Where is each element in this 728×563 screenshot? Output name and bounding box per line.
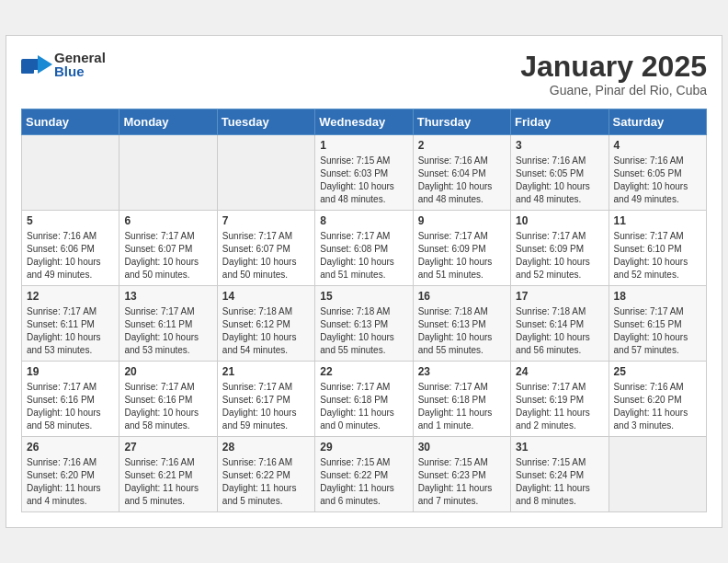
day-info: Sunrise: 7:17 AM Sunset: 6:10 PM Dayligh… bbox=[614, 230, 701, 282]
day-info: Sunrise: 7:15 AM Sunset: 6:03 PM Dayligh… bbox=[320, 155, 407, 206]
day-info: Sunrise: 7:15 AM Sunset: 6:22 PM Dayligh… bbox=[320, 456, 407, 508]
calendar-container: General Blue January 2025 Guane, Pinar d… bbox=[6, 35, 722, 528]
day-number: 15 bbox=[320, 290, 407, 303]
day-number: 2 bbox=[418, 139, 506, 152]
day-info: Sunrise: 7:17 AM Sunset: 6:16 PM Dayligh… bbox=[124, 381, 211, 432]
day-cell: 25Sunrise: 7:16 AM Sunset: 6:20 PM Dayli… bbox=[609, 362, 706, 437]
day-info: Sunrise: 7:16 AM Sunset: 6:20 PM Dayligh… bbox=[27, 456, 114, 508]
day-number: 12 bbox=[27, 290, 114, 303]
day-number: 29 bbox=[320, 441, 407, 454]
week-row-2: 5Sunrise: 7:16 AM Sunset: 6:06 PM Daylig… bbox=[22, 211, 707, 286]
logo-icon bbox=[21, 52, 52, 77]
day-cell: 31Sunrise: 7:15 AM Sunset: 6:24 PM Dayli… bbox=[511, 437, 609, 512]
weekday-header-row: SundayMondayTuesdayWednesdayThursdayFrid… bbox=[22, 109, 707, 135]
day-info: Sunrise: 7:15 AM Sunset: 6:24 PM Dayligh… bbox=[516, 456, 603, 508]
day-cell: 16Sunrise: 7:18 AM Sunset: 6:13 PM Dayli… bbox=[413, 286, 510, 362]
day-info: Sunrise: 7:17 AM Sunset: 6:15 PM Dayligh… bbox=[614, 305, 701, 357]
day-info: Sunrise: 7:17 AM Sunset: 6:16 PM Dayligh… bbox=[27, 381, 114, 432]
day-info: Sunrise: 7:16 AM Sunset: 6:05 PM Dayligh… bbox=[614, 155, 701, 206]
day-info: Sunrise: 7:15 AM Sunset: 6:23 PM Dayligh… bbox=[418, 456, 506, 508]
day-number: 9 bbox=[418, 214, 506, 227]
day-number: 17 bbox=[516, 290, 603, 303]
day-cell: 2Sunrise: 7:16 AM Sunset: 6:04 PM Daylig… bbox=[413, 135, 510, 211]
day-cell: 19Sunrise: 7:17 AM Sunset: 6:16 PM Dayli… bbox=[22, 362, 119, 437]
day-number: 28 bbox=[222, 441, 310, 454]
day-info: Sunrise: 7:18 AM Sunset: 6:13 PM Dayligh… bbox=[418, 305, 506, 357]
logo-general: General bbox=[54, 51, 106, 64]
day-number: 5 bbox=[27, 214, 114, 227]
week-row-3: 12Sunrise: 7:17 AM Sunset: 6:11 PM Dayli… bbox=[22, 286, 707, 362]
day-info: Sunrise: 7:16 AM Sunset: 6:20 PM Dayligh… bbox=[614, 381, 701, 432]
day-cell: 30Sunrise: 7:15 AM Sunset: 6:23 PM Dayli… bbox=[413, 437, 510, 512]
day-cell: 11Sunrise: 7:17 AM Sunset: 6:10 PM Dayli… bbox=[609, 211, 706, 286]
day-number: 18 bbox=[614, 290, 701, 303]
day-info: Sunrise: 7:16 AM Sunset: 6:22 PM Dayligh… bbox=[222, 456, 310, 508]
day-cell: 27Sunrise: 7:16 AM Sunset: 6:21 PM Dayli… bbox=[119, 437, 217, 512]
day-number: 11 bbox=[614, 214, 701, 227]
header: General Blue January 2025 Guane, Pinar d… bbox=[21, 51, 707, 98]
day-number: 20 bbox=[124, 365, 211, 378]
day-cell: 23Sunrise: 7:17 AM Sunset: 6:18 PM Dayli… bbox=[413, 362, 510, 437]
calendar-title: January 2025 bbox=[520, 51, 707, 83]
day-cell: 21Sunrise: 7:17 AM Sunset: 6:17 PM Dayli… bbox=[217, 362, 314, 437]
day-info: Sunrise: 7:17 AM Sunset: 6:17 PM Dayligh… bbox=[222, 381, 310, 432]
day-number: 14 bbox=[222, 290, 310, 303]
day-cell bbox=[609, 437, 706, 512]
day-number: 31 bbox=[516, 441, 603, 454]
day-info: Sunrise: 7:17 AM Sunset: 6:18 PM Dayligh… bbox=[320, 381, 407, 432]
weekday-header-friday: Friday bbox=[511, 109, 609, 135]
logo: General Blue bbox=[21, 51, 106, 78]
svg-rect-2 bbox=[21, 68, 34, 74]
day-cell: 14Sunrise: 7:18 AM Sunset: 6:12 PM Dayli… bbox=[217, 286, 314, 362]
day-info: Sunrise: 7:17 AM Sunset: 6:08 PM Dayligh… bbox=[320, 230, 407, 282]
week-row-4: 19Sunrise: 7:17 AM Sunset: 6:16 PM Dayli… bbox=[22, 362, 707, 437]
calendar-table: SundayMondayTuesdayWednesdayThursdayFrid… bbox=[21, 109, 707, 512]
day-cell: 8Sunrise: 7:17 AM Sunset: 6:08 PM Daylig… bbox=[315, 211, 413, 286]
day-number: 10 bbox=[516, 214, 603, 227]
weekday-header-saturday: Saturday bbox=[609, 109, 706, 135]
day-number: 22 bbox=[320, 365, 407, 378]
day-info: Sunrise: 7:18 AM Sunset: 6:14 PM Dayligh… bbox=[516, 305, 603, 357]
day-info: Sunrise: 7:17 AM Sunset: 6:07 PM Dayligh… bbox=[124, 230, 211, 282]
day-number: 6 bbox=[124, 214, 211, 227]
day-info: Sunrise: 7:16 AM Sunset: 6:05 PM Dayligh… bbox=[516, 155, 603, 206]
week-row-1: 1Sunrise: 7:15 AM Sunset: 6:03 PM Daylig… bbox=[22, 135, 707, 211]
day-cell: 10Sunrise: 7:17 AM Sunset: 6:09 PM Dayli… bbox=[511, 211, 609, 286]
day-info: Sunrise: 7:17 AM Sunset: 6:18 PM Dayligh… bbox=[418, 381, 506, 432]
day-info: Sunrise: 7:18 AM Sunset: 6:13 PM Dayligh… bbox=[320, 305, 407, 357]
day-cell: 24Sunrise: 7:17 AM Sunset: 6:19 PM Dayli… bbox=[511, 362, 609, 437]
day-number: 30 bbox=[418, 441, 506, 454]
day-number: 21 bbox=[222, 365, 310, 378]
day-cell: 6Sunrise: 7:17 AM Sunset: 6:07 PM Daylig… bbox=[119, 211, 217, 286]
weekday-header-tuesday: Tuesday bbox=[217, 109, 314, 135]
weekday-header-sunday: Sunday bbox=[22, 109, 119, 135]
title-section: January 2025 Guane, Pinar del Rio, Cuba bbox=[520, 51, 707, 98]
day-cell: 22Sunrise: 7:17 AM Sunset: 6:18 PM Dayli… bbox=[315, 362, 413, 437]
day-number: 13 bbox=[124, 290, 211, 303]
day-cell bbox=[22, 135, 119, 211]
day-cell: 4Sunrise: 7:16 AM Sunset: 6:05 PM Daylig… bbox=[609, 135, 706, 211]
day-number: 24 bbox=[516, 365, 603, 378]
day-cell: 15Sunrise: 7:18 AM Sunset: 6:13 PM Dayli… bbox=[315, 286, 413, 362]
day-cell: 17Sunrise: 7:18 AM Sunset: 6:14 PM Dayli… bbox=[511, 286, 609, 362]
day-cell: 26Sunrise: 7:16 AM Sunset: 6:20 PM Dayli… bbox=[22, 437, 119, 512]
day-info: Sunrise: 7:17 AM Sunset: 6:09 PM Dayligh… bbox=[516, 230, 603, 282]
day-cell: 29Sunrise: 7:15 AM Sunset: 6:22 PM Dayli… bbox=[315, 437, 413, 512]
logo-blue: Blue bbox=[54, 64, 106, 78]
day-info: Sunrise: 7:16 AM Sunset: 6:21 PM Dayligh… bbox=[124, 456, 211, 508]
day-info: Sunrise: 7:17 AM Sunset: 6:11 PM Dayligh… bbox=[27, 305, 114, 357]
day-info: Sunrise: 7:17 AM Sunset: 6:07 PM Dayligh… bbox=[222, 230, 310, 282]
day-cell: 3Sunrise: 7:16 AM Sunset: 6:05 PM Daylig… bbox=[511, 135, 609, 211]
day-cell: 7Sunrise: 7:17 AM Sunset: 6:07 PM Daylig… bbox=[217, 211, 314, 286]
day-number: 23 bbox=[418, 365, 506, 378]
calendar-subtitle: Guane, Pinar del Rio, Cuba bbox=[520, 83, 707, 98]
day-info: Sunrise: 7:16 AM Sunset: 6:04 PM Dayligh… bbox=[418, 155, 506, 206]
day-cell: 28Sunrise: 7:16 AM Sunset: 6:22 PM Dayli… bbox=[217, 437, 314, 512]
weekday-header-wednesday: Wednesday bbox=[315, 109, 413, 135]
day-number: 3 bbox=[516, 139, 603, 152]
day-info: Sunrise: 7:17 AM Sunset: 6:19 PM Dayligh… bbox=[516, 381, 603, 432]
day-cell: 5Sunrise: 7:16 AM Sunset: 6:06 PM Daylig… bbox=[22, 211, 119, 286]
day-info: Sunrise: 7:18 AM Sunset: 6:12 PM Dayligh… bbox=[222, 305, 310, 357]
day-cell: 13Sunrise: 7:17 AM Sunset: 6:11 PM Dayli… bbox=[119, 286, 217, 362]
day-cell: 9Sunrise: 7:17 AM Sunset: 6:09 PM Daylig… bbox=[413, 211, 510, 286]
